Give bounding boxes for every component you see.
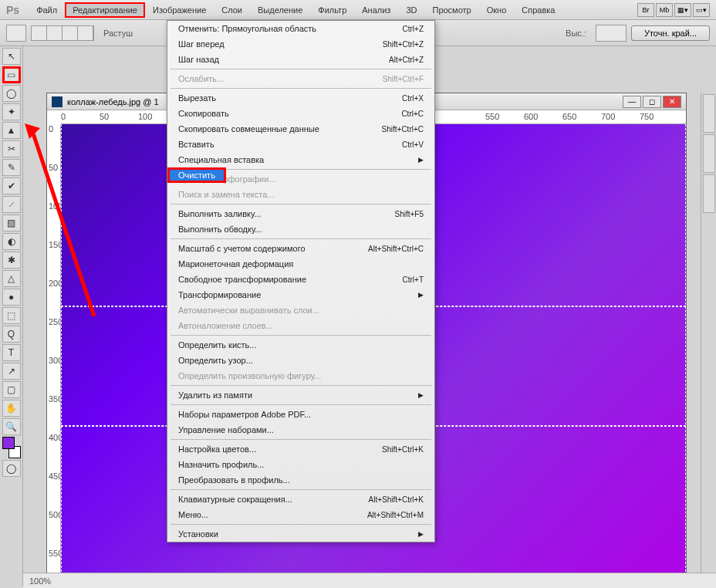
app-logo: Ps bbox=[6, 4, 19, 16]
ruler-tick: 100 bbox=[138, 112, 152, 121]
menu-item[interactable]: ВырезатьCtrl+X bbox=[167, 90, 434, 106]
menu-view[interactable]: Просмотр bbox=[424, 2, 478, 18]
sel-int-icon[interactable] bbox=[78, 26, 93, 40]
eraser-tool-icon[interactable]: ◐ bbox=[2, 233, 21, 250]
ruler-tick: 0 bbox=[61, 112, 66, 121]
gradient-tool-icon[interactable]: ✱ bbox=[2, 252, 21, 269]
wand-tool-icon[interactable]: ✦ bbox=[2, 103, 21, 120]
menu-item[interactable]: Настройка цветов...Shift+Ctrl+K bbox=[167, 441, 434, 457]
eyedropper-tool-icon[interactable]: ✂ bbox=[2, 140, 21, 157]
brush-tool-icon[interactable]: ✔ bbox=[2, 177, 21, 194]
sel-add-icon[interactable] bbox=[47, 26, 62, 40]
menu-3d[interactable]: 3D bbox=[398, 2, 424, 18]
app-statusbar: 100% bbox=[23, 573, 716, 588]
menu-item[interactable]: Определить кисть... bbox=[167, 337, 434, 353]
panel-tab[interactable] bbox=[703, 134, 715, 173]
screenmode-icon[interactable]: ▭▾ bbox=[693, 3, 710, 17]
ruler-tick: 500 bbox=[49, 510, 61, 519]
menu-select[interactable]: Выделение bbox=[250, 2, 310, 18]
minimize-button[interactable]: — bbox=[623, 96, 641, 108]
marquee-tool-icon[interactable]: ▭ bbox=[2, 66, 21, 83]
menu-item[interactable]: СкопироватьCtrl+C bbox=[167, 106, 434, 121]
heal-tool-icon[interactable]: ✎ bbox=[2, 159, 21, 176]
menu-item[interactable]: Удалить из памяти▶ bbox=[167, 387, 434, 403]
ruler-tick: 450 bbox=[49, 471, 61, 481]
stamp-tool-icon[interactable]: ⟋ bbox=[2, 196, 21, 213]
menu-item[interactable]: Свободное трансформированиеCtrl+T bbox=[167, 272, 434, 287]
menu-item: Поиск и замена текста... bbox=[167, 187, 434, 202]
quickmask-icon[interactable]: ◯ bbox=[2, 460, 21, 477]
menu-analysis[interactable]: Анализ bbox=[354, 2, 398, 18]
maximize-button[interactable]: ◻ bbox=[643, 96, 661, 108]
menu-item[interactable]: Управление наборами... bbox=[167, 422, 434, 438]
ruler-tick: 400 bbox=[49, 433, 61, 442]
menu-item[interactable]: Специальная вставка▶ bbox=[167, 152, 434, 167]
pen-tool-icon[interactable]: ⬚ bbox=[2, 307, 21, 324]
ps-file-icon bbox=[52, 96, 62, 107]
menu-layers[interactable]: Слои bbox=[214, 2, 250, 18]
menu-item[interactable]: ВставитьCtrl+V bbox=[167, 137, 434, 152]
menu-item[interactable]: Наборы параметров Adobe PDF... bbox=[167, 407, 434, 422]
menu-item[interactable]: Меню...Alt+Shift+Ctrl+M bbox=[167, 507, 434, 522]
menu-item[interactable]: Определить узор... bbox=[167, 353, 434, 368]
menu-item[interactable]: Выполнить обводку... bbox=[167, 221, 434, 237]
ruler-tick: 200 bbox=[49, 279, 61, 288]
collapsed-panels bbox=[701, 93, 716, 586]
menu-item[interactable]: Назначить профиль... bbox=[167, 457, 434, 472]
menu-item[interactable]: Выполнить заливку...Shift+F5 bbox=[167, 206, 434, 221]
ruler-tick: 350 bbox=[49, 394, 61, 404]
type-tool-icon[interactable]: Q bbox=[2, 326, 21, 343]
selection-mode-group bbox=[31, 25, 94, 41]
minibridge-icon[interactable]: Mb bbox=[656, 3, 673, 17]
ruler-tick: 300 bbox=[49, 356, 61, 365]
menu-image[interactable]: Изображение bbox=[145, 2, 214, 18]
lasso-tool-icon[interactable]: ◯ bbox=[2, 85, 21, 102]
ruler-tick: 50 bbox=[100, 112, 109, 121]
menu-item[interactable]: Масштаб с учетом содержимогоAlt+Shift+Ct… bbox=[167, 241, 434, 256]
sel-sub-icon[interactable] bbox=[62, 26, 78, 40]
height-input[interactable] bbox=[596, 25, 626, 42]
menu-item[interactable]: Скопировать совмещенные данныеShift+Ctrl… bbox=[167, 121, 434, 137]
menu-item[interactable]: Очистить bbox=[167, 167, 226, 183]
menu-file[interactable]: Файл bbox=[29, 2, 65, 18]
menu-item: Автоматически выравнивать слои... bbox=[167, 302, 434, 318]
zoom-tool-icon[interactable]: 🔍 bbox=[2, 418, 21, 435]
panel-tab[interactable] bbox=[703, 94, 715, 133]
menu-item: Ослабить...Shift+Ctrl+F bbox=[167, 71, 434, 86]
refine-edge-button[interactable]: Уточн. край... bbox=[631, 25, 710, 41]
menu-filter[interactable]: Фильтр bbox=[310, 2, 354, 18]
menu-item[interactable]: Отменить: Прямоугольная областьCtrl+Z bbox=[167, 21, 434, 36]
tool-preset-icon[interactable] bbox=[6, 25, 26, 42]
color-swatches[interactable] bbox=[2, 437, 21, 458]
fg-color-swatch[interactable] bbox=[2, 437, 15, 449]
history-brush-icon[interactable]: ▨ bbox=[2, 215, 21, 231]
menu-help[interactable]: Справка bbox=[514, 2, 562, 18]
close-button[interactable]: ✕ bbox=[663, 96, 681, 108]
viewmode-icon[interactable]: ▦▾ bbox=[674, 3, 691, 17]
ruler-tick: 700 bbox=[601, 112, 615, 121]
sel-new-icon[interactable] bbox=[32, 26, 47, 40]
menu-item[interactable]: Клавиатурные сокращения...Alt+Shift+Ctrl… bbox=[167, 492, 434, 507]
shape-tool-icon[interactable]: ↗ bbox=[2, 363, 21, 380]
blur-tool-icon[interactable]: △ bbox=[2, 270, 21, 287]
panel-tab[interactable] bbox=[703, 174, 715, 213]
menu-item[interactable]: Преобразовать в профиль... bbox=[167, 472, 434, 488]
menu-item[interactable]: Шаг назадAlt+Ctrl+Z bbox=[167, 52, 434, 67]
ruler-tick: 100 bbox=[49, 201, 61, 211]
crop-tool-icon[interactable]: ▲ bbox=[2, 122, 21, 139]
ruler-tick: 750 bbox=[640, 112, 654, 121]
path-tool-icon[interactable]: T bbox=[2, 344, 21, 361]
menu-item[interactable]: Шаг впередShift+Ctrl+Z bbox=[167, 36, 434, 52]
menu-item[interactable]: Марионеточная деформация bbox=[167, 256, 434, 272]
bridge-icon[interactable]: Br bbox=[637, 3, 654, 17]
menu-item[interactable]: Трансформирование▶ bbox=[167, 287, 434, 302]
dodge-tool-icon[interactable]: ● bbox=[2, 289, 21, 306]
hand-tool-icon[interactable]: ✋ bbox=[2, 400, 21, 417]
menu-edit[interactable]: Редактирование bbox=[65, 2, 145, 18]
zoom-status2[interactable]: 100% bbox=[29, 576, 51, 586]
menu-window[interactable]: Окно bbox=[479, 2, 515, 18]
menubar: Ps Файл Редактирование Изображение Слои … bbox=[0, 0, 716, 20]
3d-tool-icon[interactable]: ▢ bbox=[2, 381, 21, 398]
move-tool-icon[interactable]: ↖ bbox=[2, 48, 21, 65]
menu-item[interactable]: Установки▶ bbox=[167, 526, 434, 542]
